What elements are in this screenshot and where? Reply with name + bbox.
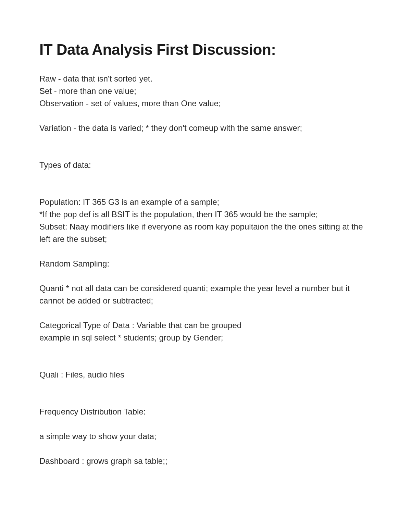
body-text: Categorical Type of Data : Variable that… bbox=[39, 319, 372, 332]
body-text: *If the pop def is all BSIT is the popul… bbox=[39, 208, 372, 221]
blank-line bbox=[39, 307, 372, 319]
body-text: Subset: Naay modifiers like if everyone … bbox=[39, 221, 372, 245]
body-text: Observation - set of values, more than O… bbox=[39, 97, 372, 110]
blank-line bbox=[39, 245, 372, 258]
blank-line bbox=[39, 443, 372, 455]
body-text: Random Sampling: bbox=[39, 258, 372, 270]
body-text: example in sql select * students; group … bbox=[39, 332, 372, 344]
blank-line bbox=[39, 270, 372, 282]
body-text: Quanti * not all data can be considered … bbox=[39, 282, 372, 307]
body-text: Quali : Files, audio files bbox=[39, 369, 372, 381]
blank-line bbox=[39, 134, 372, 159]
blank-line bbox=[39, 171, 372, 196]
blank-line bbox=[39, 344, 372, 369]
body-text: Dashboard : grows graph sa table;; bbox=[39, 455, 372, 467]
body-text: Set - more than one value; bbox=[39, 85, 372, 97]
blank-line bbox=[39, 381, 372, 406]
blank-line bbox=[39, 418, 372, 430]
body-text: Frequency Distribution Table: bbox=[39, 406, 372, 418]
page-title: IT Data Analysis First Discussion: bbox=[39, 41, 372, 58]
body-text: Raw - data that isn't sorted yet. bbox=[39, 73, 372, 85]
blank-line bbox=[39, 110, 372, 122]
body-text: Variation - the data is varied; * they d… bbox=[39, 122, 372, 134]
body-text: Population: IT 365 G3 is an example of a… bbox=[39, 196, 372, 208]
body-text: Types of data: bbox=[39, 159, 372, 171]
body-text: a simple way to show your data; bbox=[39, 430, 372, 443]
